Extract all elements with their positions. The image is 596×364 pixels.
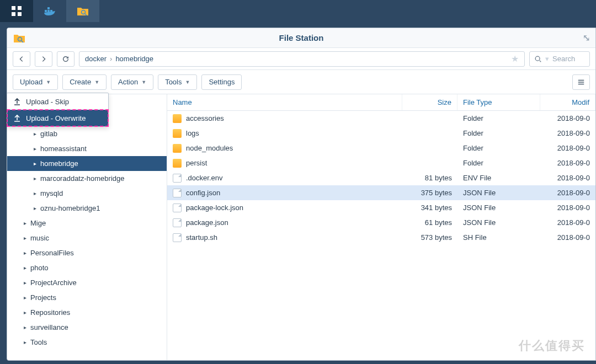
breadcrumb-segment[interactable]: homebridge <box>115 55 153 63</box>
file-icon <box>173 218 182 227</box>
tree-node-tools[interactable]: Tools <box>7 335 167 350</box>
svg-rect-4 <box>45 10 47 12</box>
window-body: LYPWHDdockergitlabhomeassistanthomebridg… <box>7 94 595 360</box>
file-row[interactable]: package.json61 bytesJSON File2018-09-0 <box>167 215 595 230</box>
column-header-modified[interactable]: Modif <box>540 94 595 110</box>
file-row[interactable]: logsFolder2018-09-0 <box>167 126 595 141</box>
chevron-right-icon <box>40 55 47 63</box>
file-row[interactable]: node_modulesFolder2018-09-0 <box>167 141 595 156</box>
file-modified: 2018-09-0 <box>540 129 595 137</box>
upload-overwrite-item[interactable]: Upload - Overwrite <box>7 110 108 126</box>
tree-node-gitlab[interactable]: gitlab <box>7 126 167 141</box>
file-name: config.json <box>186 189 220 197</box>
tree-node-repositories[interactable]: Repositories <box>7 305 167 320</box>
tree-node-label: photo <box>28 264 49 272</box>
upload-icon <box>13 114 22 122</box>
tree-node-surveillance[interactable]: surveillance <box>7 320 167 335</box>
list-icon <box>577 78 585 86</box>
upload-button[interactable]: Upload▼ <box>13 74 58 90</box>
chevron-right-icon[interactable] <box>22 324 28 330</box>
chevron-right-icon[interactable] <box>22 280 28 286</box>
file-type: Folder <box>457 114 540 122</box>
taskbar-app-filestation[interactable] <box>66 0 99 22</box>
folder-icon <box>173 159 182 168</box>
breadcrumb[interactable]: docker › homebridge ★ <box>79 51 525 67</box>
svg-rect-1 <box>18 6 22 10</box>
tree-node-label: Mige <box>28 219 46 227</box>
tree-node-mige[interactable]: Mige <box>7 216 167 231</box>
chevron-right-icon[interactable] <box>22 339 28 345</box>
nav-back-button[interactable] <box>13 51 30 67</box>
chevron-right-icon[interactable] <box>31 160 38 167</box>
tree-node-music[interactable]: music <box>7 231 167 245</box>
chevron-right-icon[interactable] <box>22 309 28 315</box>
chevron-left-icon <box>18 55 25 63</box>
tree-node-label: music <box>28 234 49 242</box>
file-row[interactable]: package-lock.json341 bytesJSON File2018-… <box>167 200 595 215</box>
refresh-icon <box>62 55 70 63</box>
column-header-type[interactable]: File Type <box>457 94 540 110</box>
tree-node-marcoraddatz-homebridge[interactable]: marcoraddatz-homebridge <box>7 171 167 186</box>
upload-skip-item[interactable]: Upload - Skip <box>7 93 108 110</box>
app-icon <box>13 31 26 45</box>
tree-node-label: Repositories <box>28 308 70 317</box>
file-type: Folder <box>457 144 540 152</box>
tree-node-homeassistant[interactable]: homeassistant <box>7 141 167 156</box>
file-row[interactable]: persistFolder2018-09-0 <box>167 156 595 170</box>
file-name: package-lock.json <box>186 204 243 212</box>
file-modified: 2018-09-0 <box>540 204 595 212</box>
column-header-size[interactable]: Size <box>402 94 457 110</box>
nav-row: docker › homebridge ★ ▾ <box>7 48 595 70</box>
svg-point-12 <box>535 56 540 61</box>
favorite-star-icon[interactable]: ★ <box>511 53 519 64</box>
search-input[interactable] <box>552 55 585 63</box>
chevron-right-icon[interactable] <box>22 295 28 301</box>
tree-node-projects[interactable]: Projects <box>7 290 167 305</box>
chevron-right-icon[interactable] <box>31 146 38 152</box>
pin-icon[interactable]: ⤡ <box>583 33 590 43</box>
window-titlebar[interactable]: File Station ⤡ <box>7 28 595 48</box>
column-header-name[interactable]: Name <box>167 94 402 110</box>
folder-icon <box>173 144 182 153</box>
taskbar-app-docker[interactable] <box>33 0 66 22</box>
chevron-right-icon[interactable] <box>31 175 38 181</box>
tools-button[interactable]: Tools▼ <box>158 74 197 90</box>
file-modified: 2018-09-0 <box>540 189 595 197</box>
file-row[interactable]: startup.sh573 bytesSH File2018-09-0 <box>167 230 595 245</box>
file-type: JSON File <box>457 218 540 227</box>
file-modified: 2018-09-0 <box>540 159 595 167</box>
file-row[interactable]: .docker.env81 bytesENV File2018-09-0 <box>167 170 595 185</box>
file-list-rows[interactable]: accessoriesFolder2018-09-0logsFolder2018… <box>167 111 595 360</box>
tree-node-mysqld[interactable]: mysqld <box>7 186 167 201</box>
tree-node-personalfiles[interactable]: PersonalFiles <box>7 245 167 260</box>
action-button[interactable]: Action▼ <box>111 74 153 90</box>
tree-node-label: homebridge <box>38 159 78 168</box>
nav-refresh-button[interactable] <box>57 51 74 67</box>
search-box[interactable]: ▾ <box>529 51 590 67</box>
folder-tree[interactable]: LYPWHDdockergitlabhomeassistanthomebridg… <box>7 94 167 360</box>
chevron-right-icon[interactable] <box>22 265 28 271</box>
tree-node-oznu-homebridge1[interactable]: oznu-homebridge1 <box>7 201 167 216</box>
file-row[interactable]: config.json375 bytesJSON File2018-09-0 <box>167 185 595 200</box>
settings-button[interactable]: Settings <box>201 74 242 90</box>
file-row[interactable]: accessoriesFolder2018-09-0 <box>167 111 595 126</box>
breadcrumb-segment[interactable]: docker <box>85 55 107 63</box>
chevron-right-icon[interactable] <box>22 250 28 256</box>
tree-node-label: oznu-homebridge1 <box>38 204 100 212</box>
file-list-header[interactable]: Name Size File Type Modif <box>167 94 595 111</box>
file-modified: 2018-09-0 <box>540 144 595 152</box>
create-button[interactable]: Create▼ <box>62 74 107 90</box>
chevron-right-icon[interactable] <box>31 131 38 137</box>
svg-rect-5 <box>47 10 50 12</box>
chevron-right-icon[interactable] <box>31 190 38 196</box>
list-view-button[interactable] <box>572 74 590 90</box>
start-menu-button[interactable] <box>0 0 33 22</box>
chevron-right-icon[interactable] <box>22 220 28 226</box>
tree-node-photo[interactable]: photo <box>7 260 167 275</box>
chevron-right-icon[interactable] <box>31 205 38 211</box>
apps-grid-icon <box>10 4 23 18</box>
tree-node-projectarchive[interactable]: ProjectArchive <box>7 275 167 290</box>
chevron-right-icon[interactable] <box>22 235 28 241</box>
tree-node-homebridge[interactable]: homebridge <box>7 156 167 171</box>
nav-forward-button[interactable] <box>35 51 52 67</box>
